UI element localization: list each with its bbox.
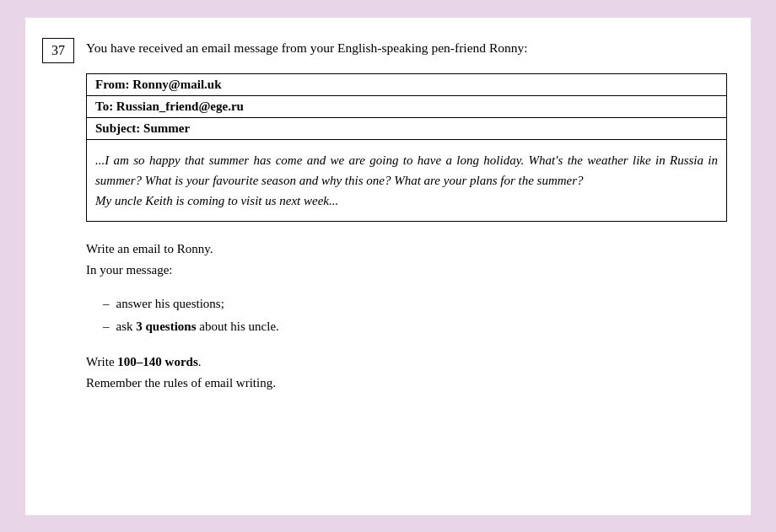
bullet-text-1: answer his questions; xyxy=(116,293,224,315)
word-count-bold: 100–140 words xyxy=(117,355,197,368)
instruction-line1: Write an email to Ronny. xyxy=(86,242,213,255)
bullet-text-2: ask 3 questions about his uncle. xyxy=(116,316,279,338)
email-body: ...I am so happy that summer has come an… xyxy=(87,140,726,221)
content-column: You have received an email message from … xyxy=(86,38,727,492)
intro-text: You have received an email message from … xyxy=(86,38,727,58)
bullet-dash-1: – xyxy=(103,293,110,315)
closing-line2: Remember the rules of email writing. xyxy=(86,376,276,390)
closing-text: Write 100–140 words. Remember the rules … xyxy=(86,352,727,395)
email-box: From: Ronny@mail.uk To: Russian_friend@e… xyxy=(86,73,727,222)
email-to: To: Russian_friend@ege.ru xyxy=(87,96,726,118)
bullet-list: – answer his questions; – ask 3 question… xyxy=(103,293,727,338)
email-subject: Subject: Summer xyxy=(87,118,726,140)
task-number: 37 xyxy=(42,38,74,63)
task-card: 37 You have received an email message fr… xyxy=(25,18,751,515)
bullet-item-1: – answer his questions; xyxy=(103,293,727,315)
bullet-bold-2: 3 questions xyxy=(136,320,196,333)
bullet-dash-2: – xyxy=(103,316,110,338)
instruction-line2: In your message: xyxy=(86,263,172,277)
email-from: From: Ronny@mail.uk xyxy=(87,74,726,96)
instructions-block: Write an email to Ronny. In your message… xyxy=(86,239,727,282)
bullet-item-2: – ask 3 questions about his uncle. xyxy=(103,316,727,338)
number-column: 37 xyxy=(42,38,86,492)
closing-line1: Write 100–140 words. xyxy=(86,355,201,368)
